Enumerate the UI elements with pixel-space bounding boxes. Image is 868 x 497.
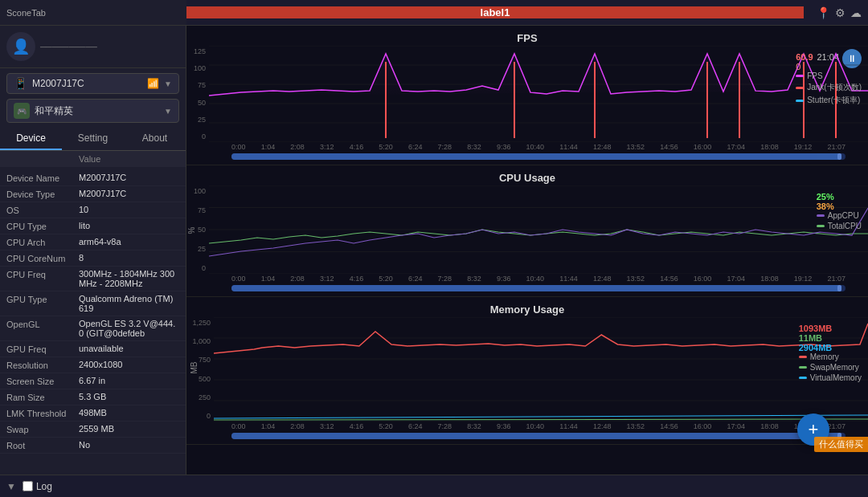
info-key: GPU Type [6, 294, 79, 304]
cpu-svg [209, 185, 868, 274]
info-value: arm64-v8a [79, 237, 179, 246]
info-value: 8 [79, 253, 179, 263]
tab-about[interactable]: About [124, 128, 186, 150]
table-row: CPU Archarm64-v8a [0, 234, 186, 251]
device-info-table: Device NameM2007J17CDevice TypeM2007J17C… [0, 167, 186, 457]
table-row: GPU TypeQualcomm Adreno (TM) 619 [0, 291, 186, 316]
cpu-chart-wrap: 100 75 50 25 0 [186, 185, 868, 274]
app-dropdown-arrow: ▼ [164, 107, 172, 116]
info-value: 498MB [79, 408, 179, 418]
fps-chart: FPS 21:04 ⏸ 125 100 75 50 25 0 [186, 26, 868, 165]
info-key: Ram Size [6, 392, 79, 402]
memory-chart-inner: 1093MB 11MB 2904MB Memory SwapMemory [214, 317, 868, 422]
fps-chart-inner: 60.9 0 FPS Jank(卡顿次数) Stutter(卡顿率) [209, 46, 868, 142]
memory-chart-wrap: 1,250 1,000 750 500 250 0 [186, 317, 868, 422]
cpu-legend-total: TotalCPU [817, 222, 862, 230]
info-key: CPU Freq [6, 269, 79, 279]
memory-svg [214, 317, 868, 422]
device-selector[interactable]: 📱 M2007J17C 📶 ▼ [6, 73, 179, 94]
cpu-legend-app: AppCPU [817, 211, 862, 220]
mem-y-label: MB [190, 362, 199, 374]
memory-time-axis: 0:001:042:083:124:165:206:247:288:329:36… [186, 422, 868, 431]
log-toggle[interactable]: Log [23, 481, 52, 492]
mem-legend-mem: Memory [799, 352, 862, 361]
sidebar-tabs: Device Setting About [0, 128, 186, 151]
tab-setting[interactable]: Setting [62, 128, 124, 150]
fps-legend-stutter: Stutter(卡顿率) [796, 95, 862, 106]
table-row: CPU Typelito [0, 218, 186, 234]
fps-scrollbar-thumb [231, 153, 841, 160]
cpu-y-label: % [187, 227, 196, 234]
cpu-scrollbar[interactable] [231, 285, 845, 291]
info-key: CPU Type [6, 221, 79, 231]
device-icon: 📱 [14, 77, 27, 90]
tab-device[interactable]: Device [0, 128, 62, 150]
info-key: Device Type [6, 189, 79, 199]
cpu-title: CPU Usage [186, 169, 868, 185]
fps-scrollbar[interactable] [231, 153, 845, 160]
cpu-scrollbar-handle [837, 285, 841, 291]
mem-val2: 11MB [799, 333, 862, 343]
cpu-time-axis: 0:001:042:083:124:165:206:247:288:329:36… [186, 274, 868, 283]
info-key: OS [6, 205, 79, 215]
sidebar-header: 👤 ────────── [0, 26, 186, 68]
top-bar: SconeTab label1 📍 ⚙ ☁ [0, 0, 868, 26]
mem-val3: 2904MB [799, 343, 862, 352]
mem-legend-virtual: VirtualMemory [799, 373, 862, 382]
memory-chart: Memory Usage 1,250 1,000 750 500 250 0 [186, 297, 868, 445]
info-value: M2007J17C [79, 189, 179, 198]
cpu-val1: 25% [817, 192, 862, 202]
log-checkbox[interactable] [23, 481, 33, 491]
title-bar: label1 [186, 6, 804, 18]
watermark: 什么值得买 [814, 437, 868, 452]
app-icon: 🎮 [14, 103, 30, 119]
info-key: CPU CoreNum [6, 253, 79, 263]
info-value: OpenGL ES 3.2 V@444.0 (GIT@0defdeb [79, 319, 179, 338]
location-icon[interactable]: 📍 [817, 6, 830, 19]
table-row: OS10 [0, 202, 186, 218]
table-row: GPU Frequnavailable [0, 341, 186, 357]
expand-icon[interactable]: ▼ [6, 481, 16, 492]
info-key: Device Name [6, 173, 79, 183]
table-row: Ram Size5.3 GB [0, 389, 186, 405]
table-row: Resolution2400x1080 [0, 357, 186, 373]
info-value: lito [79, 221, 179, 230]
cpu-scrollbar-thumb [231, 285, 841, 291]
table-row: OpenGLOpenGL ES 3.2 V@444.0 (GIT@0defdeb [0, 316, 186, 341]
fps-svg [209, 46, 868, 142]
sidebar: 👤 ────────── 📱 M2007J17C 📶 ▼ 🎮 和平精英 ▼ De… [0, 26, 186, 475]
fps-chart-wrap: 125 100 75 50 25 0 [186, 46, 868, 142]
memory-legend: 1093MB 11MB 2904MB Memory SwapMemory [799, 324, 862, 384]
info-value: M2007J17C [79, 173, 179, 182]
charts-area: FPS 21:04 ⏸ 125 100 75 50 25 0 [186, 26, 868, 475]
gear-icon[interactable]: ⚙ [835, 6, 845, 19]
fps-time-axis: 0:001:042:083:124:165:206:247:288:329:36… [186, 142, 868, 152]
info-value: Qualcomm Adreno (TM) 619 [79, 294, 179, 313]
info-key: LMK Threshold [6, 408, 79, 418]
device-name: M2007J17C [32, 78, 142, 89]
mem-legend-swap: SwapMemory [799, 363, 862, 372]
app-title-area: SconeTab [0, 0, 186, 25]
table-row: Device NameM2007J17C [0, 170, 186, 186]
info-key: GPU Freq [6, 344, 79, 354]
table-row: CPU Freq300MHz - 1804MHz 300MHz - 2208MH… [0, 267, 186, 291]
title-label: label1 [481, 6, 510, 18]
info-value: 6.67 in [79, 376, 179, 385]
col-header-key [6, 154, 79, 164]
fps-scrollbar-handle [837, 153, 841, 160]
wifi-icon: 📶 [147, 78, 159, 89]
info-key: Resolution [6, 360, 79, 370]
fps-legend: 60.9 0 FPS Jank(卡顿次数) Stutter(卡顿率) [796, 52, 862, 108]
info-key: OpenGL [6, 319, 79, 329]
fps-val2: 0 [796, 62, 862, 71]
app-selector[interactable]: 🎮 和平精英 ▼ [6, 99, 179, 123]
app-name: 和平精英 [35, 104, 159, 118]
bottom-bar: ▼ Log [0, 475, 868, 497]
table-row: Swap2559 MB [0, 422, 186, 438]
info-value: No [79, 440, 179, 450]
table-row: Device TypeM2007J17C [0, 186, 186, 202]
cloud-icon[interactable]: ☁ [850, 6, 862, 19]
main-layout: 👤 ────────── 📱 M2007J17C 📶 ▼ 🎮 和平精英 ▼ De… [0, 26, 868, 475]
fps-legend-fps: FPS [796, 71, 862, 80]
memory-scrollbar[interactable] [231, 433, 845, 439]
